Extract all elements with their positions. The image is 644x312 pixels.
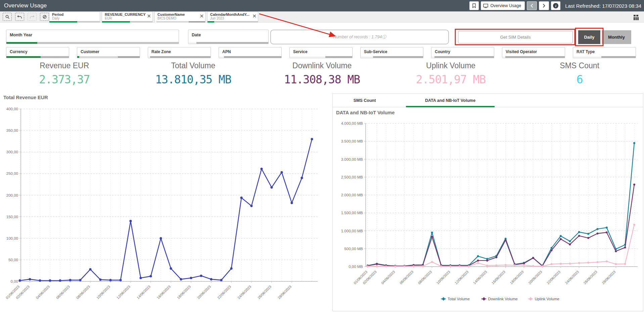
- kpi-value: 6: [515, 73, 644, 86]
- app-header: Overview Usage Overview Usage i Last Ref…: [0, 0, 644, 11]
- get-sim-details-button[interactable]: Get SIM Details: [458, 31, 573, 43]
- close-icon[interactable]: ✕: [147, 14, 151, 18]
- listbox-label: Month Year: [6, 30, 179, 37]
- listbox-currency[interactable]: Currency: [6, 47, 69, 58]
- clear-selections-button[interactable]: [40, 13, 49, 21]
- svg-text:50,00: 50,00: [8, 258, 18, 262]
- svg-text:1.000,00 MB: 1.000,00 MB: [341, 229, 363, 233]
- kpi-value: 11.308,38 MB: [258, 73, 386, 86]
- bookmark-icon: [472, 3, 476, 8]
- kpi-label: SMS Count: [515, 61, 644, 70]
- monthly-toggle-button[interactable]: Monthly: [602, 30, 631, 44]
- kpi-label: Revenue EUR: [0, 61, 129, 70]
- kpi-revenue: Revenue EUR 2.373,37: [0, 61, 129, 91]
- svg-text:04/06/2023: 04/06/2023: [35, 284, 51, 300]
- listbox-visited-operator[interactable]: Visited Operator: [502, 47, 565, 58]
- listbox-label: Service: [290, 47, 352, 54]
- dashboard: Overview Usage Overview Usage i Last Ref…: [0, 0, 644, 312]
- svg-text:150,00: 150,00: [6, 215, 18, 219]
- chip-title: REVENUE_CURRENCY: [105, 12, 146, 16]
- records-count-box: Number of records : 1.794 ⓘ: [270, 30, 449, 44]
- selection-chip-customer-name[interactable]: CustomerName BICS DEMO ✕: [154, 11, 205, 23]
- clear-selections-icon: [42, 14, 47, 19]
- info-icon: ⓘ: [382, 34, 386, 40]
- selection-chip-calendar-month[interactable]: CalendarMonthAndY... Jun 2023 ✕: [207, 11, 258, 23]
- bookmark-button[interactable]: [469, 1, 479, 10]
- selection-state-bar: [155, 21, 205, 23]
- chip-value: BICS DEMO: [157, 16, 198, 20]
- svg-text:2.000,00 MB: 2.000,00 MB: [341, 193, 363, 197]
- selections-bar: Period Daily REVENUE_CURRENCY EUR ✕ Cust…: [0, 11, 644, 23]
- svg-text:10/06/2023: 10/06/2023: [435, 270, 451, 285]
- kpi-row: Revenue EUR 2.373,37 Total Volume 13.810…: [0, 61, 644, 91]
- sheet-nav-button[interactable]: Overview Usage: [481, 1, 525, 10]
- prev-sheet-button[interactable]: [527, 1, 537, 10]
- info-button[interactable]: i: [551, 1, 560, 10]
- chip-value: EUR: [105, 16, 146, 20]
- listbox-date[interactable]: Date: [188, 30, 269, 44]
- info-icon: i: [553, 3, 558, 8]
- selection-state-bar: [431, 56, 494, 58]
- listbox-month-year[interactable]: Month Year: [6, 30, 179, 44]
- svg-text:16/06/2023: 16/06/2023: [156, 284, 172, 300]
- svg-text:Uplink Volume: Uplink Volume: [535, 297, 559, 301]
- kpi-value: 13.810,35 MB: [129, 73, 258, 86]
- undo-selection-button[interactable]: [15, 13, 24, 21]
- selection-state-bar: [573, 56, 636, 58]
- selection-state-bar: [6, 42, 179, 44]
- svg-text:500,00 MB: 500,00 MB: [344, 247, 363, 251]
- selection-chip-revenue-currency[interactable]: REVENUE_CURRENCY EUR ✕: [102, 11, 153, 23]
- svg-text:Downlink Volume: Downlink Volume: [488, 297, 517, 301]
- listbox-apn[interactable]: APN: [219, 47, 282, 58]
- selection-state-bar: [77, 56, 140, 58]
- svg-text:14/06/2023: 14/06/2023: [136, 284, 151, 300]
- listbox-sub-service[interactable]: Sub-Service: [360, 47, 423, 58]
- selection-chip-period[interactable]: Period Daily: [49, 11, 100, 23]
- svg-text:22/06/2023: 22/06/2023: [217, 284, 232, 300]
- svg-text:08/06/2023: 08/06/2023: [417, 270, 432, 285]
- listbox-rate-zone[interactable]: Rate Zone: [148, 47, 211, 58]
- kpi-label: Total Volume: [129, 61, 258, 70]
- sheet-icon: [483, 4, 488, 8]
- kpi-sms-count: SMS Count 6: [515, 61, 644, 91]
- svg-text:10/06/2023: 10/06/2023: [96, 284, 111, 300]
- svg-text:26/06/2023: 26/06/2023: [583, 270, 598, 285]
- volume-chart-panel: SMS Count DATA and NB-IoT Volume DATA an…: [332, 93, 643, 311]
- selection-state-bar: [290, 56, 352, 58]
- redo-selection-button[interactable]: [28, 13, 37, 21]
- revenue-line-chart[interactable]: 0,0050,00100,00150,00200,00250,00300,003…: [3, 93, 325, 311]
- sheet-grid-icon[interactable]: [633, 15, 639, 20]
- chevron-left-icon: [531, 4, 533, 8]
- chip-title: Period: [52, 12, 93, 16]
- svg-text:14/06/2023: 14/06/2023: [472, 270, 488, 285]
- listbox-rat-type[interactable]: RAT Type: [573, 47, 636, 58]
- svg-text:18/06/2023: 18/06/2023: [176, 284, 192, 300]
- listbox-customer[interactable]: Customer: [77, 47, 140, 58]
- selection-state-bar: [6, 56, 69, 58]
- kpi-uplink-volume: Uplink Volume 2.501,97 MB: [386, 61, 515, 91]
- svg-text:Total Volume: Total Volume: [448, 297, 470, 301]
- smart-search-button[interactable]: [3, 13, 12, 21]
- svg-text:100,00: 100,00: [6, 236, 18, 240]
- listbox-label: Date: [188, 30, 268, 37]
- svg-text:3.500,00 MB: 3.500,00 MB: [341, 139, 363, 143]
- selection-state-bar: [502, 56, 565, 58]
- close-icon[interactable]: ✕: [252, 14, 257, 18]
- listbox-country[interactable]: Country: [431, 47, 494, 58]
- selection-state-bar: [361, 56, 423, 58]
- listbox-service[interactable]: Service: [289, 47, 353, 58]
- svg-text:0,00 MB: 0,00 MB: [349, 265, 363, 269]
- sheet-nav-label: Overview Usage: [488, 3, 524, 8]
- listbox-label: Rate Zone: [148, 47, 211, 54]
- kpi-value: 2.501,97 MB: [386, 73, 515, 86]
- svg-text:350,00: 350,00: [6, 128, 18, 132]
- svg-text:20/06/2023: 20/06/2023: [196, 284, 212, 300]
- listbox-label: Visited Operator: [502, 47, 565, 54]
- next-sheet-button[interactable]: [539, 1, 549, 10]
- listbox-label: Sub-Service: [361, 47, 423, 54]
- kpi-downlink-volume: Downlink Volume 11.308,38 MB: [258, 61, 386, 91]
- daily-toggle-button[interactable]: Daily: [578, 30, 600, 44]
- svg-text:06/06/2023: 06/06/2023: [399, 270, 414, 285]
- volume-line-chart[interactable]: 0,00 MB500,00 MB1.000,00 MB1.500,00 MB2.…: [333, 94, 643, 311]
- close-icon[interactable]: ✕: [199, 14, 204, 18]
